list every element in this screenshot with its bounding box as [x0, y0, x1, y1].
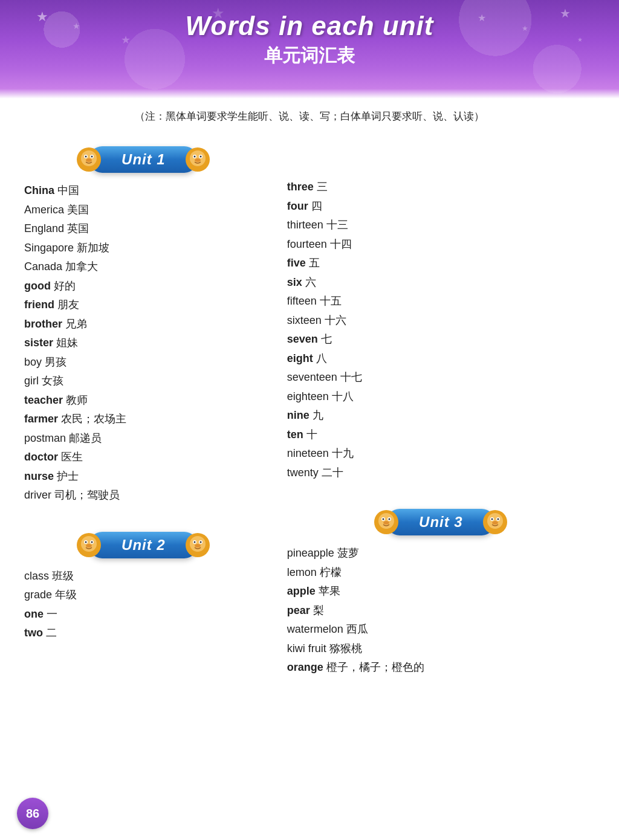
list-item: thirteen 十三	[287, 216, 595, 235]
unit3-word-list: pineapple 菠萝 lemon 柠檬 apple 苹果 pear 梨 wa…	[287, 544, 595, 677]
header-title-zh: 单元词汇表	[12, 44, 607, 68]
svg-point-12	[200, 156, 202, 158]
note-line: （注：黑体单词要求学生能听、说、读、写；白体单词只要求听、说、认读）	[0, 99, 619, 131]
unit1-badge: Unit 1	[24, 146, 263, 173]
unit3-mascot-left	[373, 509, 400, 535]
svg-point-18	[85, 541, 87, 543]
list-item: America 美国	[24, 201, 263, 220]
svg-point-26	[200, 541, 202, 543]
list-item: two 二	[24, 624, 263, 643]
header-title-en: Words in each unit	[12, 11, 607, 41]
list-item: six 六	[287, 273, 595, 292]
list-item: eight 八	[287, 349, 595, 369]
svg-point-33	[389, 519, 391, 520]
unit2-badge: Unit 2	[24, 532, 263, 558]
list-item: fifteen 十五	[287, 292, 595, 311]
list-item: boy 男孩	[24, 353, 263, 372]
list-item: orange 橙子，橘子；橙色的	[287, 658, 595, 677]
list-item: class 班级	[24, 567, 263, 586]
list-item: nurse 护士	[24, 467, 263, 486]
unit2-word-list-left: class 班级 grade 年级 one 一 two 二	[24, 567, 263, 643]
list-item: doctor 医生	[24, 448, 263, 467]
list-item: watermelon 西瓜	[287, 620, 595, 639]
unit1-mascot-right	[184, 146, 211, 173]
unit1-label: Unit 1	[122, 151, 166, 168]
svg-point-19	[91, 541, 93, 543]
list-item: girl 女孩	[24, 372, 263, 391]
list-item: pear 梨	[287, 601, 595, 621]
svg-point-41	[492, 521, 498, 525]
list-item: seven 七	[287, 330, 595, 349]
svg-point-39	[491, 519, 493, 520]
unit1-word-list: China 中国 America 美国 England 英国 Singapore…	[24, 181, 263, 505]
list-item: fourteen 十四	[287, 235, 595, 254]
list-item: teacher 教师	[24, 391, 263, 410]
svg-point-13	[195, 158, 201, 162]
list-item: driver 司机；驾驶员	[24, 486, 263, 505]
list-item: grade 年级	[24, 586, 263, 605]
svg-point-6	[86, 158, 92, 162]
svg-point-40	[497, 519, 499, 520]
svg-point-11	[194, 156, 196, 158]
list-item: ten 十	[287, 425, 595, 445]
unit2-word-list-right: three 三 four 四 thirteen 十三 fourteen 十四 f…	[287, 137, 595, 482]
svg-point-25	[194, 541, 196, 543]
list-item: Canada 加拿大	[24, 257, 263, 277]
svg-point-20	[86, 544, 92, 548]
unit2-mascot-right	[184, 532, 211, 558]
unit1-badge-bar: Unit 1	[89, 146, 198, 173]
list-item: lemon 柠檬	[287, 563, 595, 583]
list-item: seventeen 十七	[287, 368, 595, 387]
unit3-badge: Unit 3	[287, 509, 595, 535]
list-item: sister 姐妹	[24, 334, 263, 353]
list-item: China 中国	[24, 181, 263, 201]
unit2-badge-bar: Unit 2	[89, 532, 198, 558]
right-column: three 三 four 四 thirteen 十三 fourteen 十四 f…	[281, 137, 595, 677]
svg-point-4	[85, 156, 87, 158]
list-item: kiwi fruit 猕猴桃	[287, 639, 595, 659]
unit2-label: Unit 2	[122, 537, 166, 554]
list-item: nine 九	[287, 406, 595, 425]
list-item: nineteen 十九	[287, 444, 595, 464]
list-item: sixteen 十六	[287, 311, 595, 331]
unit3-badge-bar: Unit 3	[386, 509, 495, 535]
content-area: Unit 1 China 中国	[0, 131, 619, 702]
list-item: one 一	[24, 605, 263, 624]
svg-point-27	[195, 544, 201, 548]
list-item: four 四	[287, 197, 595, 216]
list-item: friend 朋友	[24, 296, 263, 315]
unit1-mascot-left	[76, 146, 102, 173]
svg-point-32	[383, 519, 384, 520]
list-item: Singapore 新加坡	[24, 239, 263, 258]
list-item: postman 邮递员	[24, 429, 263, 448]
list-item: three 三	[287, 178, 595, 197]
list-item: farmer 农民；农场主	[24, 410, 263, 429]
page-number: 86	[17, 798, 48, 829]
svg-point-34	[383, 521, 389, 525]
unit3-mascot-right	[482, 509, 508, 535]
unit2-mascot-left	[76, 532, 102, 558]
list-item: England 英国	[24, 219, 263, 239]
list-item: pineapple 菠萝	[287, 544, 595, 563]
list-item: five 五	[287, 254, 595, 273]
list-item: apple 苹果	[287, 582, 595, 601]
list-item: brother 兄弟	[24, 315, 263, 334]
list-item: eighteen 十八	[287, 387, 595, 407]
header-banner: ★ ★ ★ ★ ★ ★ ★ ★ Words in each unit 单元词汇表	[0, 0, 619, 99]
list-item: twenty 二十	[287, 464, 595, 483]
left-column: Unit 1 China 中国	[24, 137, 281, 677]
unit3-label: Unit 3	[419, 514, 463, 531]
svg-point-5	[91, 156, 93, 158]
list-item: good 好的	[24, 277, 263, 296]
